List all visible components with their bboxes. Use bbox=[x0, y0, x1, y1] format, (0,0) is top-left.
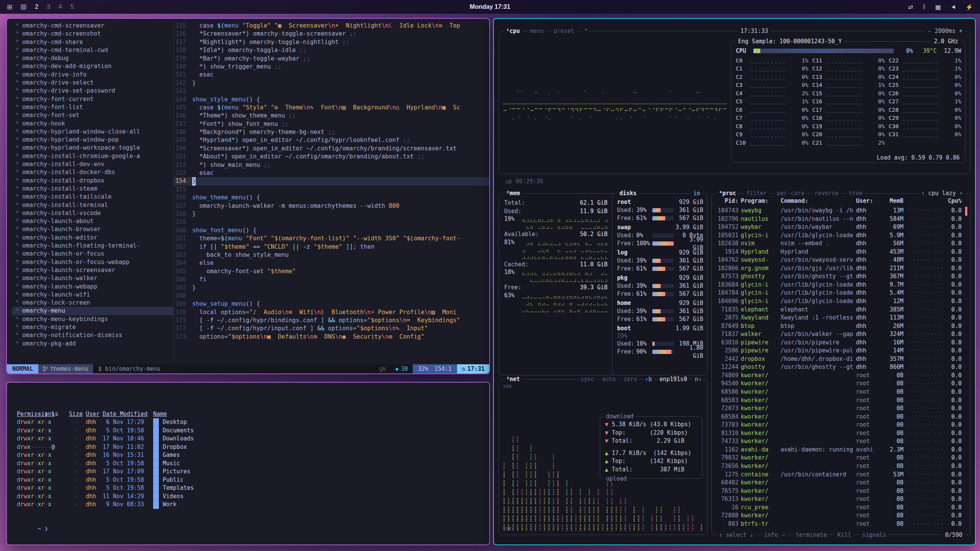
file-item[interactable]: *omarchy-install-vscode bbox=[12, 209, 173, 217]
process-row[interactable]: 74733kworker/root0B···········0.0 bbox=[716, 437, 962, 446]
code-line[interactable]: 152 *) show_main_menu ;; bbox=[174, 161, 489, 169]
process-row[interactable]: 71835elephantelephantdhh385M···········0… bbox=[716, 306, 962, 314]
btop-menu-button[interactable]: menu bbox=[528, 27, 546, 35]
file-item[interactable]: *omarchy-launch-editor bbox=[12, 234, 173, 242]
process-row[interactable]: 1914HyprlandHyprlanddhh453M···········0.… bbox=[716, 248, 962, 256]
active-app-icon[interactable] bbox=[21, 4, 26, 10]
file-item[interactable]: *omarchy-debug bbox=[12, 54, 173, 62]
file-item[interactable]: *omarchy-install-tailscale bbox=[12, 193, 173, 201]
code-line[interactable]: 172 [ -f ~/.config/hypr/input.conf ] && … bbox=[174, 324, 489, 333]
code-line[interactable]: 150 *Screensaver*) open_in_editor ~/.con… bbox=[174, 145, 489, 153]
code-line[interactable]: 142} bbox=[174, 79, 489, 87]
process-row[interactable]: 102796nautilus/usr/bin/nautilus --newdhh… bbox=[716, 215, 962, 223]
process-row[interactable]: 73656kworker/root0B···········0.0 bbox=[716, 462, 962, 471]
code-line[interactable]: 137 *Nightlight*) omarchy-toggle-nightli… bbox=[174, 38, 489, 46]
code-line[interactable]: 157 omarchy-launch-walker -m menus:omarc… bbox=[174, 202, 489, 210]
workspace-3[interactable]: 3 bbox=[47, 3, 50, 10]
code-line[interactable]: 136 *Screensaver*) omarchy-toggle-screen… bbox=[174, 30, 489, 38]
code-line[interactable]: 171 [ -f ~/.config/hypr/bindings.conf ] … bbox=[174, 316, 489, 324]
process-row[interactable]: 12244ghostty/usr/bin/ghostty --gtk-dhh86… bbox=[716, 363, 962, 372]
file-item[interactable]: *omarchy-launch-screensaver bbox=[12, 266, 173, 274]
file-item[interactable]: *omarchy-pkg-add bbox=[12, 340, 173, 348]
code-line[interactable]: 146 *Theme*) show_theme_menu ;; bbox=[174, 112, 489, 120]
file-item[interactable]: *omarchy-launch-webapp bbox=[12, 283, 173, 291]
code-line[interactable]: 165 omarchy-font-set "$theme" bbox=[174, 267, 489, 276]
process-row[interactable]: 68402kworker/root0B···········0.0 bbox=[716, 479, 962, 487]
code-line[interactable]: 139 *Bar*) omarchy-toggle-waybar ;; bbox=[174, 55, 489, 63]
sync-icon[interactable]: ⇄ bbox=[908, 3, 913, 11]
volume-icon[interactable]: ◄ bbox=[950, 3, 956, 10]
interval-increase-button[interactable]: + bbox=[959, 28, 962, 34]
code-line[interactable]: 135 case $(menu "Toggle" "▣ Screensaver\… bbox=[174, 22, 489, 30]
proc-footer-button[interactable]: ↑ select ↓ bbox=[717, 531, 755, 539]
process-row[interactable]: 2442dropbox/home/dhh/.dropbox-distdhh357… bbox=[716, 355, 962, 364]
process-row[interactable]: 79032kworker/root0B···········0.0 bbox=[716, 454, 962, 462]
file-item[interactable]: *omarchy-install-docker-dbs bbox=[12, 168, 173, 176]
stats-icon[interactable]: ▦ bbox=[935, 3, 941, 11]
code-line[interactable]: 163 back_to show_style_menu bbox=[174, 251, 489, 259]
process-row[interactable]: 81310kworker/root0B···········0.0 bbox=[716, 429, 962, 438]
process-row[interactable]: 72088kworker/root0B···········0.0 bbox=[716, 512, 962, 520]
code-line[interactable]: 173 options="$options\n▣ Defaults\n≋ DNS… bbox=[174, 333, 489, 341]
code-line[interactable]: 169show_setup_menu() { bbox=[174, 300, 489, 308]
process-row[interactable]: 68583kworker/root0B···········0.0 bbox=[716, 396, 962, 405]
file-item[interactable]: *omarchy-cmd-share bbox=[12, 38, 173, 46]
process-row[interactable]: 103684glycin-i/usr/lib/glycin-loadersdhh… bbox=[716, 281, 962, 289]
file-item[interactable]: *omarchy-install-dropbox bbox=[12, 177, 173, 185]
process-row[interactable]: 63816pipewire/usr/bin/pipewiredhh16M····… bbox=[716, 339, 962, 347]
file-item[interactable]: *omarchy-cmd-screenshot bbox=[12, 30, 173, 38]
apps-icon[interactable]: ⊞ bbox=[7, 3, 12, 11]
code-line[interactable]: 161 theme=$(menu "Font" "$(omarchy-font-… bbox=[174, 235, 489, 243]
code-line[interactable]: 170 local options="♪ Audio\n≋ Wifi\nᛒ Bl… bbox=[174, 308, 489, 316]
net-auto-button[interactable]: auto bbox=[600, 375, 617, 383]
terminal-window[interactable]: ~ ❯ ls PermissionsSizeUserDate ModifiedN… bbox=[6, 382, 490, 545]
net-zero-button[interactable]: zero bbox=[622, 375, 639, 383]
net-iface-next-button[interactable]: n› bbox=[693, 375, 703, 383]
file-item[interactable]: *omarchy-notification-dismiss bbox=[12, 331, 173, 339]
btop-preset-button[interactable]: preset bbox=[552, 27, 576, 35]
process-row[interactable]: 105031glycin-i/usr/lib/glycin-loadersdhh… bbox=[716, 231, 962, 240]
workspace-5[interactable]: 5 bbox=[70, 3, 74, 10]
file-item[interactable]: *omarchy-hyprland-workspace-toggle bbox=[12, 144, 173, 152]
process-row[interactable]: 104752waybar/usr/bin/waybardhh69M·······… bbox=[716, 223, 962, 231]
process-row[interactable]: 87573ghostty/usr/bin/ghostty --gtk-dhh36… bbox=[716, 272, 962, 281]
code-line[interactable]: 160show_font_menu() { bbox=[174, 227, 489, 235]
file-item[interactable]: *omarchy-launch-floating-terminal- bbox=[12, 242, 173, 250]
file-item[interactable]: *omarchy-launch-or-focus-webapp bbox=[12, 258, 173, 266]
code-line[interactable]: 138 *Idle*) omarchy-toggle-idle ;; bbox=[174, 46, 489, 54]
process-row[interactable]: 2586pipewire/usr/bin/pipewire-pulsedhh14… bbox=[716, 347, 962, 355]
file-item[interactable]: *omarchy-font-set bbox=[12, 111, 173, 119]
btop-preset-star[interactable]: * bbox=[582, 27, 590, 35]
file-item[interactable]: *omarchy-hyprland-window-close-all bbox=[12, 128, 173, 136]
code-line[interactable]: 162 if [[ "$theme" == "CNCLD" || -z "$th… bbox=[174, 243, 489, 251]
file-item[interactable]: *omarchy-font-list bbox=[12, 103, 173, 111]
code-line[interactable]: 151 *About*) open_in_editor ~/.config/om… bbox=[174, 153, 489, 161]
power-icon[interactable]: ⚡ bbox=[965, 3, 973, 11]
code-line[interactable]: 154} bbox=[174, 177, 489, 185]
net-iface-prev-button[interactable]: ‹b bbox=[644, 375, 653, 383]
process-row[interactable]: 104743swaybg/usr/bin/swaybg -i /homdhh13… bbox=[716, 207, 962, 215]
code-line[interactable]: 155 bbox=[174, 186, 489, 194]
file-item[interactable]: *omarchy-install-chromium-google-a bbox=[12, 152, 173, 160]
clock[interactable]: Monday 17:31 bbox=[470, 3, 510, 10]
code-line[interactable]: 158} bbox=[174, 210, 489, 218]
code-line[interactable]: 156show_theme_menu() { bbox=[174, 194, 489, 202]
file-item[interactable]: *omarchy-launch-or-focus bbox=[12, 250, 173, 258]
file-item[interactable]: *omarchy-drive-set-password bbox=[12, 87, 173, 95]
file-item[interactable]: *omarchy-migrate bbox=[12, 323, 173, 331]
btop-window[interactable]: ¹cpu menu preset * 17:31:33 - 2000ms + ⠀… bbox=[493, 18, 976, 545]
code-line[interactable]: 145 case $(menu "Style" "⚙ Theme\n✎ Font… bbox=[174, 104, 489, 112]
file-item[interactable]: *omarchy-launch-about bbox=[12, 217, 173, 225]
code-line[interactable]: 164 else bbox=[174, 259, 489, 267]
proc-sort-selector[interactable]: ‹ cpu lazy › bbox=[920, 189, 965, 197]
proc-per-core-button[interactable]: per-core bbox=[775, 189, 806, 197]
code-line[interactable]: 141 esac bbox=[174, 71, 489, 79]
process-scrollbar[interactable] bbox=[965, 207, 968, 528]
file-item[interactable]: *omarchy-install-terminal bbox=[12, 201, 173, 209]
file-item[interactable]: *omarchy-launch-browser bbox=[12, 225, 173, 233]
process-row[interactable]: 803btrfs-trroot0B···········0.0 bbox=[716, 520, 962, 528]
code-line[interactable]: 148 *Background*) omarchy-theme-bg-next … bbox=[174, 128, 489, 136]
process-row[interactable]: 104784glycin-i/usr/lib/glycin-loadersdhh… bbox=[716, 289, 962, 297]
proc-reverse-button[interactable]: reverse bbox=[813, 189, 841, 197]
file-item[interactable]: *omarchy-font-current bbox=[12, 95, 173, 103]
